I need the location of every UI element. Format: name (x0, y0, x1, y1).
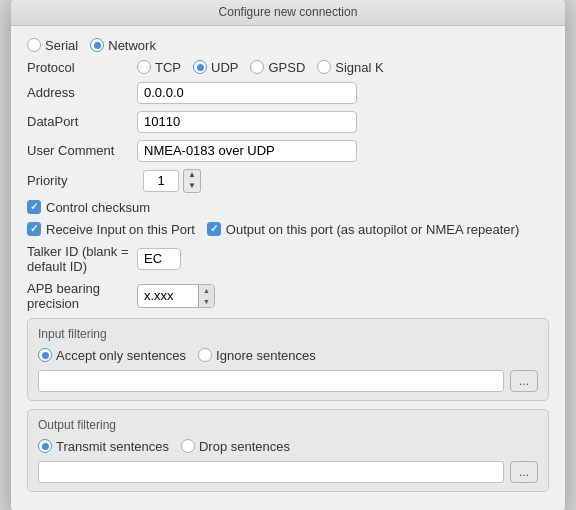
serial-radio-outer[interactable] (27, 38, 41, 52)
talker-id-row: Talker ID (blank = default ID) (27, 244, 549, 274)
ignore-radio-outer[interactable] (198, 348, 212, 362)
accept-only-radio-item[interactable]: Accept only sentences (38, 348, 186, 363)
network-radio-inner (94, 42, 101, 49)
signalk-radio-outer[interactable] (317, 60, 331, 74)
drop-radio-outer[interactable] (181, 439, 195, 453)
drop-label: Drop sentences (199, 439, 290, 454)
address-label: Address (27, 85, 137, 100)
input-filter-radio-row: Accept only sentences Ignore sentences (38, 348, 538, 363)
configure-connection-window: Configure new connection Serial Network (11, 0, 565, 510)
serial-radio-item[interactable]: Serial (27, 38, 78, 53)
dataport-label: DataPort (27, 114, 137, 129)
window-title: Configure new connection (219, 5, 358, 19)
apb-bearing-select[interactable]: x.xxx ▲ ▼ (137, 284, 215, 308)
receive-input-box[interactable]: ✓ (27, 222, 41, 236)
transmit-radio-outer[interactable] (38, 439, 52, 453)
user-comment-input[interactable] (137, 140, 357, 162)
serial-label: Serial (45, 38, 78, 53)
output-filter-radio-row: Transmit sentences Drop sentences (38, 439, 538, 454)
receive-output-row: ✓ Receive Input on this Port ✓ Output on… (27, 222, 549, 237)
output-filter-input-row: ... (38, 461, 538, 483)
address-input[interactable] (137, 82, 357, 104)
udp-radio-inner (197, 64, 204, 71)
tcp-radio-item[interactable]: TCP (137, 60, 181, 75)
input-filtering-title: Input filtering (38, 327, 538, 341)
apb-bearing-value: x.xxx (138, 285, 198, 307)
apb-bearing-label: APB bearing precision (27, 281, 137, 311)
network-label: Network (108, 38, 156, 53)
input-filter-input-row: ... (38, 370, 538, 392)
protocol-row: Protocol TCP UDP GPSD (27, 60, 549, 75)
control-checksum-label: Control checksum (46, 200, 150, 215)
signalk-radio-item[interactable]: Signal K (317, 60, 383, 75)
accept-only-radio-inner (42, 352, 49, 359)
address-row: Address (27, 82, 549, 104)
network-radio-item[interactable]: Network (90, 38, 156, 53)
gpsd-radio-outer[interactable] (250, 60, 264, 74)
connection-type-row: Serial Network (27, 38, 549, 53)
transmit-radio-item[interactable]: Transmit sentences (38, 439, 169, 454)
gpsd-radio-item[interactable]: GPSD (250, 60, 305, 75)
udp-label: UDP (211, 60, 238, 75)
user-comment-label: User Comment (27, 143, 137, 158)
apb-bearing-row: APB bearing precision x.xxx ▲ ▼ (27, 281, 549, 311)
gpsd-label: GPSD (268, 60, 305, 75)
title-bar: Configure new connection (11, 0, 565, 26)
transmit-radio-inner (42, 443, 49, 450)
priority-input[interactable] (143, 170, 179, 192)
dataport-row: DataPort (27, 111, 549, 133)
ignore-radio-item[interactable]: Ignore sentences (198, 348, 316, 363)
priority-down-button[interactable]: ▼ (184, 181, 200, 192)
udp-radio-outer[interactable] (193, 60, 207, 74)
ignore-label: Ignore sentences (216, 348, 316, 363)
transmit-label: Transmit sentences (56, 439, 169, 454)
output-port-checkbox[interactable]: ✓ Output on this port (as autopilot or N… (207, 222, 519, 237)
priority-stepper: ▲ ▼ (143, 169, 201, 193)
connection-type-group: Serial Network (27, 38, 156, 53)
protocol-group: TCP UDP GPSD Signal K (137, 60, 384, 75)
signalk-label: Signal K (335, 60, 383, 75)
talker-id-label: Talker ID (blank = default ID) (27, 244, 137, 274)
receive-input-checkbox[interactable]: ✓ Receive Input on this Port (27, 222, 195, 237)
control-checksum-check: ✓ (30, 202, 38, 212)
udp-radio-item[interactable]: UDP (193, 60, 238, 75)
tcp-label: TCP (155, 60, 181, 75)
receive-input-check: ✓ (30, 224, 38, 234)
output-filter-input[interactable] (38, 461, 504, 483)
control-checksum-row: ✓ Control checksum (27, 200, 549, 215)
output-port-check: ✓ (210, 224, 218, 234)
accept-only-radio-outer[interactable] (38, 348, 52, 362)
output-filtering-title: Output filtering (38, 418, 538, 432)
priority-row: Priority ▲ ▼ (27, 169, 549, 193)
apb-bearing-up[interactable]: ▲ (199, 285, 214, 296)
input-filtering-section: Input filtering Accept only sentences Ig… (27, 318, 549, 401)
talker-id-input[interactable] (137, 248, 181, 270)
priority-up-button[interactable]: ▲ (184, 170, 200, 181)
receive-input-label: Receive Input on this Port (46, 222, 195, 237)
output-port-label: Output on this port (as autopilot or NME… (226, 222, 519, 237)
accept-only-label: Accept only sentences (56, 348, 186, 363)
input-filter-input[interactable] (38, 370, 504, 392)
tcp-radio-outer[interactable] (137, 60, 151, 74)
input-filter-dots-button[interactable]: ... (510, 370, 538, 392)
dataport-input[interactable] (137, 111, 357, 133)
protocol-label: Protocol (27, 60, 137, 75)
priority-label: Priority (27, 173, 137, 188)
apb-bearing-arrows: ▲ ▼ (198, 285, 214, 307)
priority-arrows: ▲ ▼ (183, 169, 201, 193)
control-checksum-checkbox[interactable]: ✓ Control checksum (27, 200, 150, 215)
apb-bearing-down[interactable]: ▼ (199, 296, 214, 307)
drop-radio-item[interactable]: Drop sentences (181, 439, 290, 454)
output-port-box[interactable]: ✓ (207, 222, 221, 236)
control-checksum-box[interactable]: ✓ (27, 200, 41, 214)
output-filtering-section: Output filtering Transmit sentences Drop… (27, 409, 549, 492)
network-radio-outer[interactable] (90, 38, 104, 52)
user-comment-row: User Comment (27, 140, 549, 162)
output-filter-dots-button[interactable]: ... (510, 461, 538, 483)
